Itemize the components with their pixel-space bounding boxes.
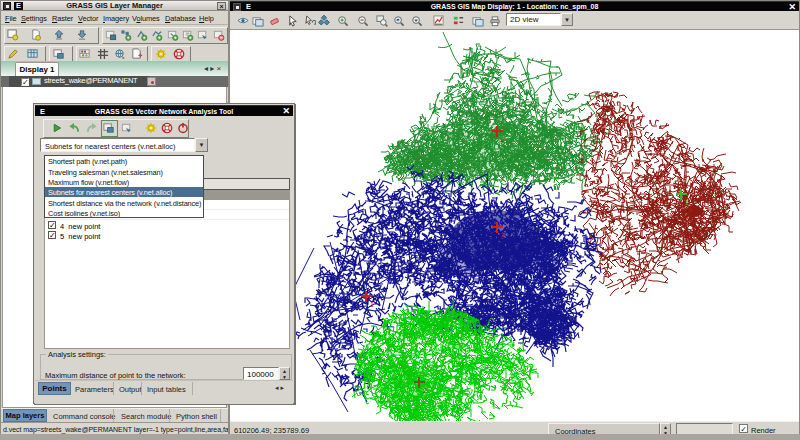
svg-text:4: 4 xyxy=(501,232,505,239)
svg-text:2: 2 xyxy=(423,387,427,394)
svg-text:1: 1 xyxy=(370,301,374,308)
svg-text:3: 3 xyxy=(501,136,505,143)
svg-text:1: 1 xyxy=(685,199,689,206)
